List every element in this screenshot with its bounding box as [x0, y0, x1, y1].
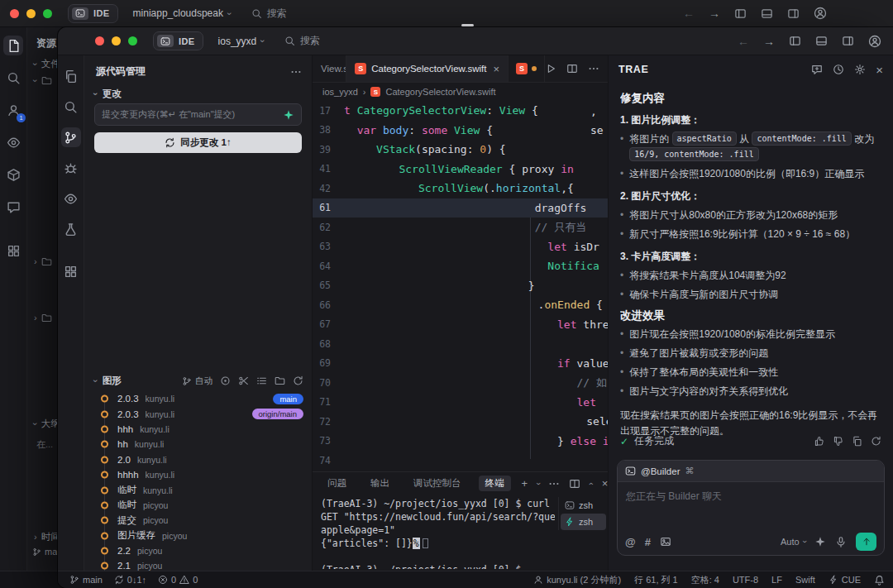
language-mode[interactable]: Swift	[795, 575, 815, 585]
commit-row[interactable]: 临时kunyu.li	[84, 482, 312, 497]
close-icon[interactable]: ×	[876, 64, 883, 76]
code-editor[interactable]: 17t CategorySelectorView: View {,38var b…	[313, 101, 608, 471]
bell-icon[interactable]	[874, 575, 885, 586]
settings-icon[interactable]	[854, 64, 866, 75]
sync-status[interactable]: 0↓1↑	[114, 575, 146, 585]
code-line[interactable]: 65}	[313, 276, 608, 296]
commit-row[interactable]: hhhhkunyu.li	[84, 467, 312, 482]
activity-files[interactable]	[3, 36, 23, 55]
code-line[interactable]: 62// 只有当	[313, 218, 608, 237]
copy-icon[interactable]	[852, 436, 862, 447]
send-button[interactable]	[856, 533, 876, 551]
commit-row[interactable]: 临时picyou	[84, 498, 312, 513]
graph-target-icon[interactable]	[220, 375, 231, 386]
sync-changes-button[interactable]: 同步更改 1↑	[94, 132, 302, 153]
code-line[interactable]: 70// 如	[313, 373, 608, 393]
mic-icon[interactable]	[835, 536, 847, 547]
thumb-down-icon[interactable]	[833, 436, 843, 447]
code-line[interactable]: 71let	[313, 393, 608, 413]
app-badge[interactable]: IDE	[153, 31, 203, 50]
breadcrumb-root[interactable]: ios_yyxd	[322, 87, 358, 97]
breadcrumb-file[interactable]: CategorySelectorView.swift	[385, 87, 495, 97]
activity-chat[interactable]	[3, 197, 23, 217]
ai-commit-icon[interactable]	[283, 109, 294, 121]
panel-tab-输出[interactable]: 输出	[364, 476, 396, 491]
bg-minimize-button[interactable]	[26, 9, 36, 18]
code-line[interactable]: 42ScrollView(.horizontal,{	[313, 179, 608, 198]
graph-section-header[interactable]: › 图形 自动	[94, 375, 303, 387]
bg-zoom-button[interactable]	[43, 9, 52, 18]
breadcrumb[interactable]: ios_yyxd › S CategorySelectorView.swift	[313, 83, 608, 101]
bg-tree-item[interactable]: ›	[34, 313, 52, 323]
chat-input[interactable]: 您正在与 Builder 聊天	[618, 482, 884, 511]
cursor-position[interactable]: 行 61, 列 1	[634, 574, 678, 586]
code-line[interactable]: 61dragOffs	[313, 198, 608, 218]
panel-tab-调试控制台[interactable]: 调试控制台	[407, 476, 468, 491]
branch-indicator[interactable]: main	[69, 575, 103, 585]
context-hash-icon[interactable]: #	[645, 536, 651, 548]
minimize-button[interactable]	[112, 36, 121, 45]
panel-tab-问题[interactable]: 问题	[321, 476, 353, 491]
bg-outline-section[interactable]: › 大纲	[34, 418, 60, 430]
maximize-panel-icon[interactable]: ›	[587, 482, 595, 485]
new-chat-icon[interactable]	[811, 64, 823, 75]
code-line[interactable]: 69if value	[313, 354, 608, 374]
split-terminal-icon[interactable]	[569, 478, 580, 490]
terminal[interactable]: (TraeAI-3) ~/project/ios_yyxd [0] $ curl…	[321, 497, 555, 569]
encoding[interactable]: UTF-8	[733, 575, 758, 585]
activity-preview[interactable]	[3, 132, 23, 152]
graph-repo-icon[interactable]	[275, 375, 285, 386]
chevron-down-icon[interactable]: ›	[534, 482, 542, 485]
bg-tree-item[interactable]: ›	[34, 75, 52, 86]
mention-icon[interactable]: @	[625, 536, 636, 548]
toggle-sidebar-icon[interactable]	[789, 35, 801, 47]
commit-row[interactable]: hhkunyu.li	[84, 437, 312, 452]
account-icon[interactable]	[814, 7, 827, 20]
tab-view-swift[interactable]: View.swift	[313, 55, 346, 82]
split-editor-icon[interactable]	[566, 63, 578, 74]
bg-close-button[interactable]	[10, 9, 19, 18]
toggle-panel-icon[interactable]	[815, 35, 828, 47]
mode-select[interactable]: Auto ›	[781, 537, 805, 547]
toggle-secondary-sidebar-icon[interactable]	[842, 35, 854, 47]
cue-indicator[interactable]: CUE	[829, 575, 861, 585]
chat-context-bar[interactable]: @Builder ⌘	[618, 461, 884, 482]
activity-search[interactable]	[61, 97, 81, 117]
commit-row[interactable]: 2.2picyou	[84, 543, 312, 558]
indentation[interactable]: 空格: 4	[691, 574, 719, 586]
bg-tree-item-files[interactable]: › 文件	[34, 58, 60, 70]
commit-row[interactable]: 2.1picyou	[84, 558, 312, 571]
code-line[interactable]: 74	[313, 451, 608, 471]
commit-row[interactable]: 图片缓存picyou	[84, 528, 312, 543]
bg-app-badge[interactable]: IDE	[68, 4, 118, 23]
blame-info[interactable]: kunyu.li (2 分钟前)	[533, 574, 621, 586]
code-line[interactable]: 73} else i	[313, 432, 608, 452]
activity-search[interactable]	[3, 68, 23, 88]
graph-list-icon[interactable]	[256, 375, 267, 386]
activity-extensions[interactable]	[61, 261, 81, 281]
problems-indicator[interactable]: 0 0	[158, 575, 198, 585]
regenerate-icon[interactable]	[871, 436, 881, 447]
zoom-button[interactable]	[128, 36, 137, 45]
activity-debug[interactable]	[61, 158, 81, 178]
account-icon[interactable]	[868, 35, 881, 48]
back-button[interactable]: ←	[683, 7, 695, 19]
activity-more-views[interactable]	[3, 241, 23, 261]
bg-project-selector[interactable]: miniapp_cloudspeak ›	[133, 7, 232, 19]
commit-row[interactable]: 2.0kunyu.li	[84, 452, 312, 467]
run-button[interactable]	[545, 63, 556, 74]
changes-section[interactable]: › 更改	[94, 88, 122, 100]
forward-button[interactable]: →	[763, 36, 775, 47]
code-line[interactable]: 64Notifica	[313, 256, 608, 276]
panel-more-icon[interactable]	[548, 478, 560, 490]
terminal-instance[interactable]: zsh	[561, 497, 606, 514]
chat-input-card[interactable]: @Builder ⌘ 您正在与 Builder 聊天 @ # Auto ›	[617, 460, 885, 556]
history-icon[interactable]	[833, 64, 844, 75]
activity-test[interactable]	[61, 219, 81, 239]
commit-row[interactable]: 2.0.3kunyu.limain	[84, 391, 312, 406]
editor-more-icon[interactable]	[588, 63, 599, 74]
bg-search[interactable]: 搜索	[251, 7, 287, 21]
code-line[interactable]: 41ScrollViewReader { proxy in	[313, 160, 608, 179]
search-box[interactable]: 搜索	[284, 34, 320, 48]
commit-row[interactable]: 2.0.3kunyu.liorigin/main	[84, 406, 312, 421]
